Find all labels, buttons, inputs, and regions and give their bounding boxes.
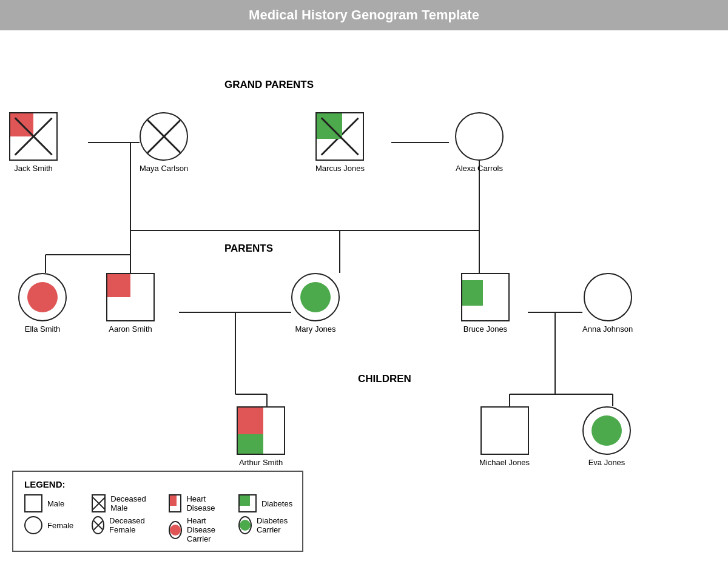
alexa-carrols-person: Alexa Carrols xyxy=(455,112,504,173)
anna-johnson-person: Anna Johnson xyxy=(582,273,633,334)
legend-dec-female: Deceased Female xyxy=(92,516,150,534)
legend-diab-carrier-icon xyxy=(238,516,252,534)
parents-label: PARENTS xyxy=(224,243,273,255)
ella-smith-person: Ella Smith xyxy=(18,273,67,334)
ella-smith-shape xyxy=(18,273,67,321)
legend-female: Female xyxy=(24,516,73,534)
legend-diab-carrier: Diabetes Carrier xyxy=(238,516,292,534)
jack-smith-shape xyxy=(9,112,58,161)
anna-johnson-label: Anna Johnson xyxy=(582,324,633,334)
legend-female-icon xyxy=(24,516,42,534)
michael-jones-person: Michael Jones xyxy=(479,406,530,467)
bruce-jones-label: Bruce Jones xyxy=(463,324,507,334)
aaron-smith-person: Aaron Smith xyxy=(106,273,155,334)
legend-title: LEGEND: xyxy=(24,479,291,489)
legend-heart-disease-icon xyxy=(169,494,182,512)
legend-heart-disease-label: Heart Disease xyxy=(186,494,220,512)
legend-hd-carrier: Heart Disease Carrier xyxy=(169,516,220,543)
legend-diabetes-label: Diabetes xyxy=(261,499,292,508)
legend-female-label: Female xyxy=(47,521,73,530)
bruce-jones-shape xyxy=(461,273,510,321)
mary-jones-person: Mary Jones xyxy=(291,273,340,334)
legend-male: Male xyxy=(24,494,73,512)
bruce-jones-person: Bruce Jones xyxy=(461,273,510,334)
maya-carlson-label: Maya Carlson xyxy=(140,164,188,173)
grandparents-label: GRAND PARENTS xyxy=(224,79,314,91)
maya-carlson-shape xyxy=(140,112,188,161)
legend: LEGEND: Male Female Deceased Male xyxy=(12,471,303,552)
legend-hd-carrier-label: Heart Disease Carrier xyxy=(187,516,220,543)
legend-dec-male: Deceased Male xyxy=(92,494,150,512)
legend-male-label: Male xyxy=(47,499,64,508)
eva-jones-label: Eva Jones xyxy=(588,458,625,467)
arthur-smith-label: Arthur Smith xyxy=(239,458,283,467)
mary-jones-shape xyxy=(291,273,340,321)
legend-diab-carrier-label: Diabetes Carrier xyxy=(257,516,292,534)
legend-dec-female-label: Deceased Female xyxy=(109,516,150,534)
legend-dec-male-label: Deceased Male xyxy=(110,494,150,512)
legend-dec-female-icon xyxy=(92,516,104,534)
arthur-smith-person: Arthur Smith xyxy=(237,406,285,467)
legend-hd-carrier-icon xyxy=(169,521,182,539)
legend-heart-disease: Heart Disease xyxy=(169,494,220,512)
marcus-jones-person: Marcus Jones xyxy=(315,112,365,173)
legend-diabetes: Diabetes xyxy=(238,494,292,512)
michael-jones-label: Michael Jones xyxy=(479,458,530,467)
eva-jones-person: Eva Jones xyxy=(582,406,631,467)
marcus-jones-shape xyxy=(315,112,364,161)
anna-johnson-shape xyxy=(584,273,632,321)
maya-carlson-person: Maya Carlson xyxy=(140,112,188,173)
aaron-smith-label: Aaron Smith xyxy=(109,324,152,334)
legend-diabetes-icon xyxy=(238,494,257,512)
jack-smith-label: Jack Smith xyxy=(14,164,53,173)
mary-jones-label: Mary Jones xyxy=(295,324,335,334)
michael-jones-shape xyxy=(480,406,529,455)
arthur-smith-shape xyxy=(237,406,285,455)
legend-male-icon xyxy=(24,494,42,512)
page-title: Medical History Genogram Template xyxy=(0,0,728,30)
jack-smith-person: Jack Smith xyxy=(9,112,58,173)
alexa-carrols-shape xyxy=(455,112,504,161)
alexa-carrols-label: Alexa Carrols xyxy=(456,164,503,173)
children-label: CHILDREN xyxy=(358,373,411,385)
ella-smith-label: Ella Smith xyxy=(25,324,61,334)
aaron-smith-shape xyxy=(106,273,155,321)
eva-jones-shape xyxy=(582,406,631,455)
marcus-jones-label: Marcus Jones xyxy=(315,164,365,173)
legend-dec-male-icon xyxy=(92,494,106,512)
